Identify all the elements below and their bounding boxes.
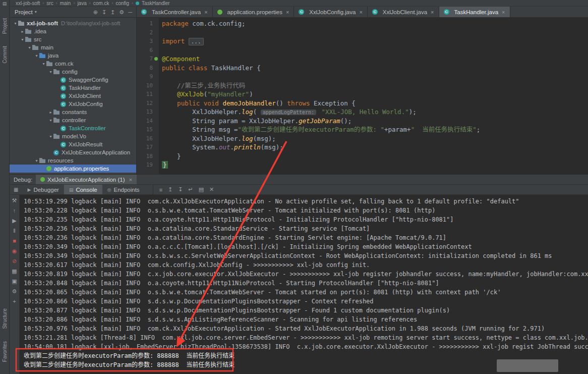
expander-icon[interactable]: ▾ [34,54,39,58]
editor-tab-xxljobconfig-java[interactable]: CXxlJobConfig.java× [294,7,368,17]
code-editor[interactable]: 1package com.ck.config;23import ...67@Co… [137,18,588,174]
hide-panel-icon[interactable]: ─ [128,7,132,17]
pin-icon[interactable]: + [13,298,16,305]
tree-item-resources[interactable]: ▾resources [10,156,136,165]
project-panel-title[interactable]: Project [15,9,33,15]
locate-file-icon[interactable]: ⊕ [93,7,98,17]
scroll-up-icon[interactable]: ↥ [168,186,172,193]
stripe-item-commit[interactable]: Commit [2,46,8,63]
expand-all-icon[interactable]: ↧ [102,7,106,17]
close-icon[interactable]: × [129,177,133,183]
collapse-all-icon[interactable]: ↥ [110,7,115,17]
tree-item-xxljobexecutorapplication[interactable]: CXxlJobExecutorApplication [10,148,136,156]
expander-icon[interactable]: ▸ [48,110,53,115]
code-text: @XxlJob("myHandler") [159,90,253,99]
resume-icon[interactable]: ▶ [12,218,16,224]
close-icon[interactable]: × [359,9,362,15]
expander-icon[interactable]: ▾ [20,37,25,42]
settings-icon[interactable]: ⚙ [119,7,124,17]
expander-icon[interactable]: ▾ [13,21,18,26]
tree-item-xxljobconfig[interactable]: CXxlJobConfig [10,100,136,108]
editor-tab-application-properties[interactable]: application.properties× [213,7,295,17]
debug-tab-console[interactable]: ▤Console [64,185,102,194]
tree-item-com-ck[interactable]: ▾com.ck [10,60,136,68]
chevron-down-icon[interactable]: ▾ [35,10,37,14]
clear-console-icon[interactable]: ✕ [209,186,214,193]
expander-icon[interactable]: ▸ [20,29,25,34]
tree-item-src[interactable]: ▾src [10,35,136,43]
tree-item-idea[interactable]: ▸.idea [10,27,136,35]
camera-icon[interactable]: ▣ [12,278,17,285]
code-line: 8public class TaskHandler { [137,64,588,73]
expander-icon[interactable]: ▾ [27,45,32,50]
code-token: (msg); [261,143,283,151]
tree-item-label: SwaggerConfig [69,77,108,83]
editor-tab-xxljobclient-java[interactable]: CXxlJobClient.java× [368,7,439,17]
mute-breakpoints-icon[interactable]: ⊘ [12,258,17,264]
tree-item-label: config [62,69,78,75]
spring-bean-gutter-icon[interactable] [154,57,158,61]
stop-icon[interactable]: ■ [13,238,16,244]
tree-item-xxljobclient[interactable]: CXxlJobClient [10,92,136,100]
stripe-item-project[interactable]: Project [2,18,8,34]
tree-item-controller[interactable]: ▾controller [10,116,136,124]
close-icon[interactable]: × [204,9,207,15]
expander-icon[interactable]: ▾ [41,62,46,66]
scroll-down-icon[interactable]: ↧ [178,186,183,193]
pause-icon[interactable]: ‖ [13,228,16,234]
hammer-icon[interactable]: ⚒ [12,197,17,204]
tree-item-xxl-job-soft[interactable]: ▾xxl-job-softD:\tool\xiang\xxl-job-soft [10,19,136,27]
code-token: ... [189,38,204,45]
expander-icon[interactable]: ▾ [48,70,53,74]
menu-icon[interactable]: ≡ [159,187,162,193]
breadcrumb-item-com-ck[interactable]: com.ck [93,1,109,6]
split-view-icon[interactable]: ▤ [199,186,204,193]
tree-item-taskhandler[interactable]: CTaskHandler [10,84,136,92]
breadcrumb-item-java[interactable]: java [77,1,86,6]
view-breakpoints-icon[interactable]: ◉ [12,248,17,254]
code-line: 1package com.ck.config; [137,19,588,28]
restore-layout-icon[interactable]: ▦ [10,187,22,192]
debug-session-tab[interactable]: XxlJobExecutorApplication (1) × [36,175,137,184]
tree-item-constants[interactable]: ▸constants [10,108,136,116]
package-icon [53,69,60,74]
close-icon[interactable]: × [286,9,289,15]
close-icon[interactable]: × [502,9,505,15]
settings-icon[interactable]: ⚙ [12,288,17,295]
tree-item-config[interactable]: ▾config [10,68,136,76]
tool-stripe-menu-icon[interactable]: ▤ [3,1,7,6]
code-line: 6 [137,46,588,55]
console-output[interactable]: 10:53:19.299 logback [main] INFO com.ck.… [20,195,588,374]
stripe-item-favorites[interactable]: Favorites [2,341,8,362]
code-token: ( [253,108,261,116]
tree-item-swaggerconfig[interactable]: CSwaggerConfig [10,76,136,84]
debug-tab-endpoints[interactable]: ◎Endpoints [102,185,145,194]
tree-item-application-properties[interactable]: application.properties [10,165,136,173]
expander-icon[interactable]: ▾ [48,134,53,139]
tree-item-main[interactable]: ▾main [10,43,136,51]
close-icon[interactable]: × [431,9,434,15]
tree-item-label: src [34,36,41,42]
stripe-item-structure[interactable]: Structure [2,308,8,329]
breadcrumb-item-src[interactable]: src [46,1,53,6]
breadcrumb-separator: › [56,1,57,6]
debug-tab-debugger[interactable]: ▶Debugger [22,185,64,194]
tree-item-model-vo[interactable]: ▾model.Vo [10,132,136,140]
tree-item-label: java [48,52,58,59]
debug-panel-title: Debug: [14,177,32,183]
tree-item-xxljobresult[interactable]: CXxlJobResult [10,140,136,148]
soft-wrap-icon[interactable]: ↵ [188,186,193,193]
breadcrumb-item-xxl-job-soft[interactable]: xxl-job-soft [16,1,40,6]
tree-item-taskcontroller[interactable]: CTaskController [10,124,136,132]
expander-icon[interactable]: ▾ [34,158,39,163]
layout-icon[interactable]: ▦ [12,268,17,275]
editor-tab-taskcontroller-java[interactable]: CTaskController.java× [137,7,213,17]
breadcrumb-item-taskhandler[interactable]: TaskHandler [142,1,170,6]
project-tree[interactable]: ▾xxl-job-softD:\tool\xiang\xxl-job-soft▸… [10,18,137,174]
breadcrumb-item-config[interactable]: config [115,1,129,6]
expander-icon[interactable]: ▾ [48,118,53,123]
tree-item-java[interactable]: ▾java [10,51,136,60]
editor-tab-taskhandler-java[interactable]: CTaskHandler.java× [439,7,510,17]
breadcrumb-item-main[interactable]: main [60,1,71,6]
show-execution-point-icon[interactable]: ↑ [13,207,16,214]
